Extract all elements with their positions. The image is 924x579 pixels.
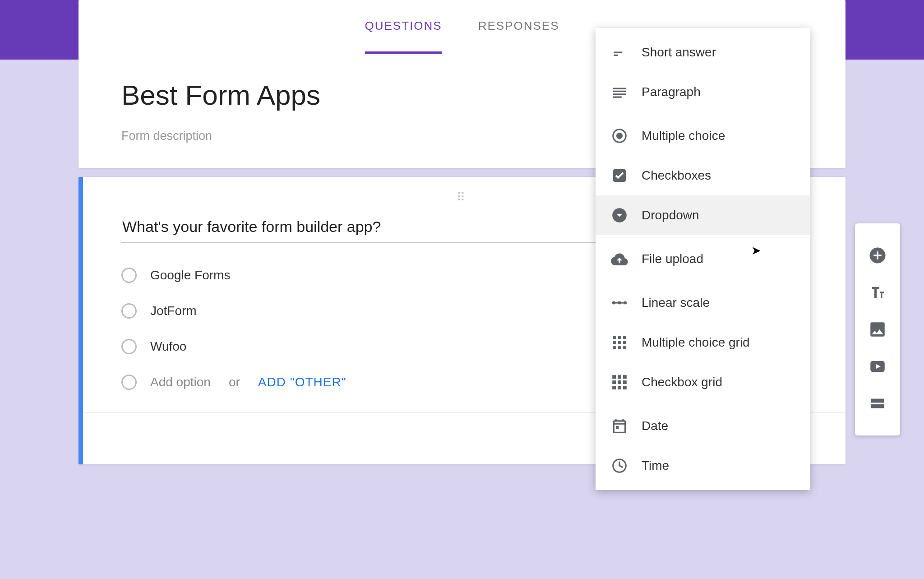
tab-questions[interactable]: QUESTIONS [365, 0, 442, 54]
svg-rect-21 [618, 380, 621, 384]
tab-responses[interactable]: RESPONSES [478, 0, 559, 54]
menu-label: Dropdown [642, 208, 699, 222]
cloud-upload-icon [611, 250, 628, 268]
menu-label: File upload [642, 252, 703, 266]
menu-item-checkbox-grid[interactable]: Checkbox grid [596, 362, 810, 402]
svg-point-8 [613, 336, 616, 339]
radio-icon [611, 127, 628, 144]
menu-label: Multiple choice [642, 129, 725, 143]
add-option-button[interactable]: Add option [150, 375, 211, 389]
square-grid-icon [611, 374, 628, 391]
menu-item-date[interactable]: Date [596, 406, 810, 446]
svg-rect-23 [612, 386, 616, 389]
paragraph-icon [611, 83, 628, 101]
add-other-button[interactable]: ADD "OTHER" [258, 375, 346, 389]
menu-separator [596, 404, 810, 404]
or-label: or [229, 375, 240, 389]
svg-point-15 [618, 346, 621, 349]
menu-item-multiple-choice-grid[interactable]: Multiple choice grid [596, 323, 810, 362]
radio-icon [121, 303, 137, 319]
checkbox-icon [611, 167, 628, 184]
svg-point-11 [613, 341, 616, 344]
menu-item-paragraph[interactable]: Paragraph [596, 72, 810, 112]
svg-point-12 [618, 341, 621, 344]
svg-point-9 [618, 336, 621, 339]
menu-label: Short answer [642, 45, 716, 60]
menu-label: Time [642, 459, 669, 473]
svg-rect-25 [623, 386, 627, 389]
menu-item-checkboxes[interactable]: Checkboxes [596, 156, 810, 195]
svg-rect-30 [871, 404, 884, 408]
option-label[interactable]: JotForm [150, 304, 197, 318]
svg-point-13 [623, 341, 626, 344]
add-section-button[interactable] [868, 394, 887, 413]
svg-point-10 [623, 336, 626, 339]
dropdown-icon [611, 207, 628, 224]
menu-separator [596, 281, 810, 281]
option-label[interactable]: Wufoo [150, 339, 186, 354]
menu-label: Checkboxes [642, 168, 711, 183]
menu-item-linear-scale[interactable]: Linear scale [596, 283, 810, 323]
add-video-button[interactable] [868, 357, 887, 376]
menu-label: Linear scale [642, 296, 710, 310]
svg-rect-24 [618, 386, 621, 389]
svg-rect-29 [871, 399, 884, 403]
menu-item-short-answer[interactable]: Short answer [596, 32, 810, 72]
add-question-button[interactable] [868, 246, 887, 265]
menu-item-file-upload[interactable]: File upload [596, 239, 810, 279]
dot-grid-icon [611, 334, 628, 351]
side-toolbar [855, 223, 900, 435]
svg-rect-19 [623, 375, 627, 379]
menu-label: Paragraph [642, 85, 701, 99]
svg-rect-22 [623, 380, 627, 384]
menu-item-multiple-choice[interactable]: Multiple choice [596, 116, 810, 156]
svg-rect-7 [614, 302, 625, 303]
radio-icon [121, 375, 137, 390]
radio-icon [121, 268, 137, 283]
menu-label: Multiple choice grid [642, 335, 750, 350]
menu-label: Date [642, 419, 668, 433]
menu-item-time[interactable]: Time [596, 446, 810, 486]
question-type-menu: Short answer Paragraph Multiple choice C… [596, 28, 810, 490]
linear-scale-icon [611, 294, 628, 311]
svg-rect-18 [618, 375, 621, 379]
option-label[interactable]: Google Forms [150, 268, 230, 283]
clock-icon [611, 457, 628, 474]
short-answer-icon [611, 44, 628, 61]
svg-point-1 [616, 133, 623, 139]
menu-item-dropdown[interactable]: Dropdown [596, 195, 810, 235]
calendar-icon [611, 417, 628, 435]
svg-point-14 [613, 346, 616, 349]
menu-separator [596, 114, 810, 114]
svg-rect-17 [612, 375, 616, 379]
add-image-button[interactable] [868, 320, 887, 339]
menu-separator [596, 237, 810, 237]
svg-point-16 [623, 346, 626, 349]
menu-label: Checkbox grid [642, 375, 722, 389]
svg-rect-20 [612, 380, 616, 384]
add-title-button[interactable] [868, 283, 887, 302]
radio-icon [121, 339, 137, 354]
